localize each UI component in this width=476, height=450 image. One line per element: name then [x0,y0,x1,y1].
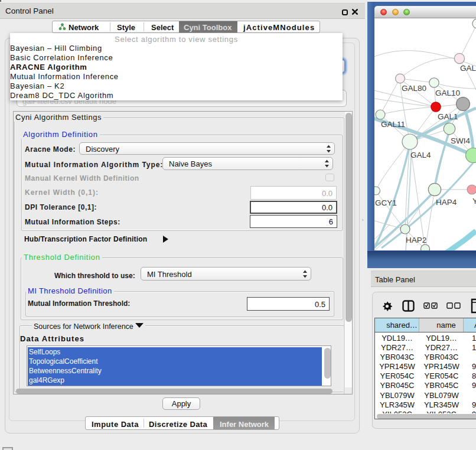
svg-text:GAL4: GAL4 [410,151,431,159]
svg-text:HAP2: HAP2 [406,236,426,244]
svg-text:HAP4: HAP4 [436,198,457,207]
svg-text:GCY1: GCY1 [375,198,397,207]
svg-text:GAL10: GAL10 [435,89,460,97]
svg-text:GAL1: GAL1 [438,112,458,121]
svg-text:SWI4: SWI4 [451,136,470,145]
svg-text:GAL2: GAL2 [460,64,476,73]
svg-text:YM: YM [472,197,476,206]
svg-text:GAL11: GAL11 [381,120,405,129]
svg-text:GAL80: GAL80 [402,84,426,93]
